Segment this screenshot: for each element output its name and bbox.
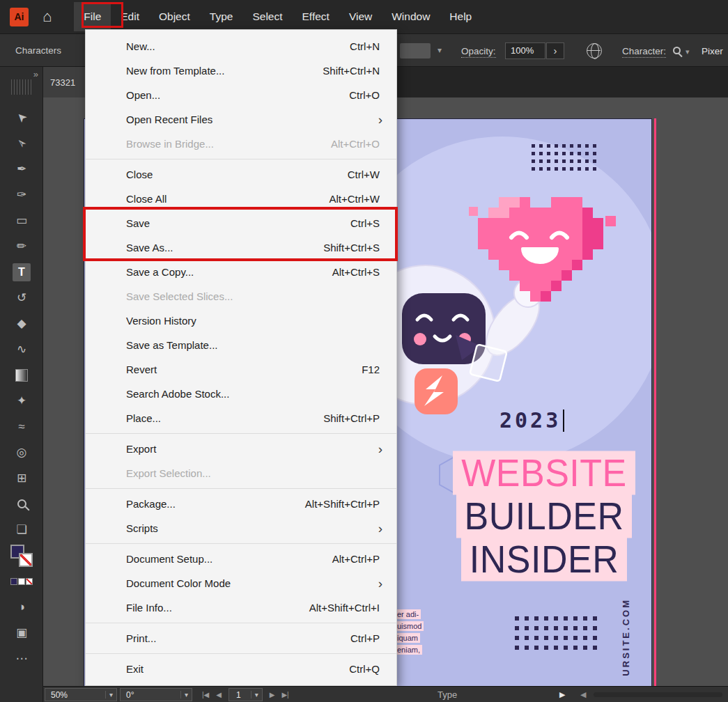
menu-edit[interactable]: Edit (111, 2, 149, 31)
collapse-panel-icon[interactable]: » (33, 69, 38, 79)
zoom-tool[interactable] (0, 491, 43, 517)
scroll-left-icon[interactable]: ◀ (580, 690, 586, 699)
rectangle-tool[interactable]: ▭ (0, 208, 43, 233)
menu-file[interactable]: File (74, 2, 111, 31)
lorem-snippet: eniam, (395, 645, 422, 655)
scroll-right-icon[interactable]: ▶ (559, 690, 565, 699)
opacity-dropdown-button[interactable]: › (546, 42, 564, 59)
menu-item-revert[interactable]: RevertF12 (86, 357, 396, 382)
menu-item-save[interactable]: SaveCtrl+S (86, 211, 396, 235)
character-label[interactable]: Character: (622, 46, 666, 58)
menu-item-save-as[interactable]: Save As...Shift+Ctrl+S (86, 235, 396, 260)
poster-title-line-builder[interactable]: BUILDER (456, 494, 633, 538)
menu-item-new-from-template[interactable]: New from Template...Shift+Ctrl+N (86, 58, 396, 83)
menu-effect[interactable]: Effect (293, 2, 339, 31)
fill-stroke-swatch[interactable] (0, 543, 43, 568)
poster-year-text[interactable]: 2023 (499, 408, 564, 432)
text-snippets: er adi-uismodiquameniam, (395, 609, 424, 655)
last-artboard-button[interactable]: ▶| (281, 691, 288, 699)
color-strip[interactable] (0, 568, 43, 594)
zoom-level-select[interactable]: 50% ▾ (45, 688, 117, 701)
type-tool[interactable]: T (0, 259, 43, 285)
menu-item-search-adobe-stock[interactable]: Search Adobe Stock... (86, 382, 396, 406)
menu-item-version-history[interactable]: Version History (86, 309, 396, 333)
characters-panel-label[interactable]: Characters (15, 45, 61, 56)
globe-icon[interactable] (587, 43, 602, 58)
menu-item-exit[interactable]: ExitCtrl+Q (86, 657, 396, 681)
selection-tool[interactable]: ➤ (0, 104, 43, 130)
chevron-down-icon[interactable]: ▾ (686, 47, 690, 56)
menu-separator (86, 653, 396, 654)
opacity-input[interactable]: 100% (505, 42, 545, 59)
poster-title-line-website[interactable]: WEBSITE (453, 451, 635, 495)
prev-artboard-button[interactable]: ◀ (216, 691, 222, 699)
rotation-select[interactable]: 0° ▾ (120, 688, 192, 701)
pen-tool[interactable]: ✒ (0, 156, 43, 182)
symbol-sprayer-tool[interactable]: ◎ (0, 439, 43, 465)
first-artboard-button[interactable]: |◀ (202, 691, 209, 699)
menu-select[interactable]: Select (242, 2, 292, 31)
home-icon[interactable]: ⌂ (42, 9, 52, 24)
menu-item-browse-in-bridge: Browse in Bridge...Alt+Ctrl+O (86, 132, 396, 156)
menu-item-document-setup[interactable]: Document Setup...Alt+Ctrl+P (86, 547, 396, 571)
menu-item-open[interactable]: Open...Ctrl+O (86, 83, 396, 107)
menu-item-print[interactable]: Print...Ctrl+P (86, 626, 396, 650)
paintbrush-tool[interactable]: ✏ (0, 233, 43, 259)
menu-item-export[interactable]: Export› (86, 437, 396, 461)
curvature-tool[interactable]: ✑ (0, 182, 43, 208)
file-menu-dropdown: New...Ctrl+NNew from Template...Shift+Ct… (85, 29, 397, 686)
eraser-tool[interactable]: ◆ (0, 311, 43, 336)
gradient-tool[interactable] (0, 362, 43, 388)
menu-item-close[interactable]: CloseCtrl+W (86, 162, 396, 187)
artboard-tool[interactable]: ⊞ (0, 465, 43, 491)
more-tools[interactable]: ⋯ (0, 646, 43, 671)
submenu-arrow-icon: › (378, 442, 382, 455)
direct-selection-tool[interactable]: ➢ (0, 130, 43, 156)
poster-side-text[interactable]: URSITE.COM (621, 598, 631, 676)
menu-item-place[interactable]: Place...Shift+Ctrl+P (86, 406, 396, 430)
warp-tool[interactable]: ≈ (0, 414, 43, 439)
opacity-label[interactable]: Opacity: (461, 46, 496, 58)
panel-ruler-decoration (11, 79, 32, 95)
document-tab-label: 73321 (50, 77, 75, 88)
menu-item-save-a-copy[interactable]: Save a Copy...Alt+Ctrl+S (86, 260, 396, 284)
illustrator-window: Ai ⌂ FileEditObjectTypeSelectEffectViewW… (0, 0, 728, 702)
menu-item-close-all[interactable]: Close AllAlt+Ctrl+W (86, 187, 396, 211)
submenu-arrow-icon: › (378, 577, 382, 590)
menu-item-save-as-template[interactable]: Save as Template... (86, 333, 396, 357)
chevron-down-icon: ▾ (251, 691, 262, 699)
menu-item-open-recent-files[interactable]: Open Recent Files› (86, 107, 396, 132)
menu-item-new[interactable]: New...Ctrl+N (86, 34, 396, 58)
menu-item-scripts[interactable]: Scripts› (86, 516, 396, 540)
pixel-heart[interactable] (478, 197, 603, 302)
shaper-tool[interactable]: ∿ (0, 336, 43, 362)
menu-help[interactable]: Help (440, 2, 481, 31)
dot-grid-decoration (515, 616, 597, 650)
artboard-number-input[interactable]: 1 ▾ (229, 688, 263, 701)
artboard-number-value: 1 (229, 690, 251, 700)
draw-mode-toggle[interactable]: ❏ (0, 517, 43, 543)
tools-panel: » ➤➢✒✑▭✏T↺◆∿✦≈◎⊞❏◑▣⋯ (0, 67, 43, 702)
eyedropper-tool[interactable]: ✦ (0, 388, 43, 414)
menu-item-export-selection: Export Selection... (86, 461, 396, 485)
menu-item-document-color-mode[interactable]: Document Color Mode› (86, 571, 396, 595)
artboards-icon[interactable]: ▣ (0, 620, 43, 646)
menu-window[interactable]: Window (382, 2, 440, 31)
font-name-value[interactable]: Pixer (702, 46, 723, 56)
menu-item-save-selected-slices: Save Selected Slices... (86, 284, 396, 309)
poster-title-block[interactable]: WEBSITEBUILDERINSIDER (447, 452, 642, 580)
font-search-icon[interactable] (673, 47, 681, 54)
menu-type[interactable]: Type (200, 2, 243, 31)
menu-item-package[interactable]: Package...Alt+Shift+Ctrl+P (86, 492, 396, 516)
menu-separator (86, 159, 396, 159)
menubar-items: FileEditObjectTypeSelectEffectViewWindow… (74, 2, 481, 31)
poster-title-line-insider[interactable]: INSIDER (461, 538, 627, 582)
menu-object[interactable]: Object (149, 2, 200, 31)
rotate-tool[interactable]: ↺ (0, 285, 43, 311)
next-artboard-button[interactable]: ▶ (270, 691, 275, 699)
horizontal-scrollbar[interactable] (594, 692, 722, 697)
menu-view[interactable]: View (339, 2, 382, 31)
submenu-arrow-icon: › (378, 113, 382, 126)
shape-tool[interactable]: ◑ (0, 594, 43, 620)
menu-item-file-info[interactable]: File Info...Alt+Shift+Ctrl+I (86, 595, 396, 620)
